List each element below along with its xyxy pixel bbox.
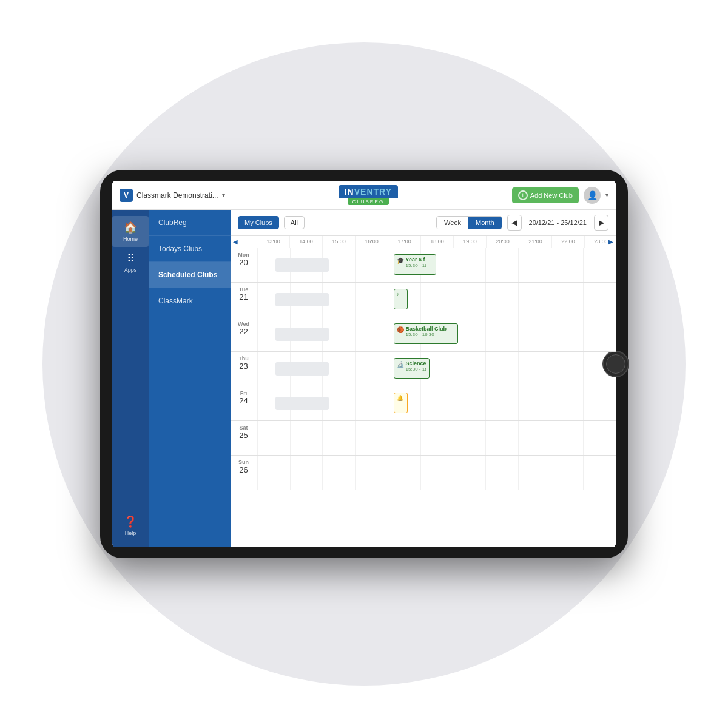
time-header-2300: 23:00 — [585, 236, 606, 248]
classmark-logo-icon: V — [120, 189, 133, 202]
day-name-wed: Wed — [233, 321, 254, 327]
calendar-toolbar: My Clubs All Week Month — [231, 210, 616, 236]
month-view-button[interactable]: Month — [468, 217, 502, 229]
event-text: ♪ — [397, 291, 400, 297]
all-label: All — [291, 219, 298, 226]
event-time: 15:30 - 16:30 — [406, 332, 447, 337]
day-slots-mon: 🎓 Year 6 f 15:30 - 1t — [257, 248, 616, 282]
sidebar-home-label: Home — [123, 236, 138, 242]
event-name: Year 6 f — [406, 257, 426, 263]
next-nav-button[interactable]: ▶ — [594, 215, 608, 231]
day-label-tue: Tue 21 — [231, 283, 257, 317]
plus-circle-icon: + — [518, 190, 528, 200]
time-header-1900: 19:00 — [454, 236, 487, 248]
day-num-thu: 23 — [233, 362, 254, 371]
day-row-fri: Fri 24 🔔 — [231, 386, 616, 421]
sidebar: 🏠 Home ⠿ Apps ❓ Help — [112, 210, 149, 547]
day-label-sun: Sun 26 — [231, 456, 257, 490]
time-scroll-right[interactable]: ▶ — [606, 236, 616, 248]
sidebar-item-home[interactable]: 🏠 Home — [112, 216, 149, 247]
user-dropdown-arrow[interactable]: ▾ — [605, 192, 608, 198]
event-text: Basketball Club 15:30 - 16:30 — [406, 326, 447, 337]
time-header-row: ◀ 13:0014:0015:0016:0017:0018:0019:0020:… — [231, 236, 616, 248]
time-header-1400: 14:00 — [290, 236, 323, 248]
gray-block — [275, 328, 329, 341]
event-year6[interactable]: 🎓 Year 6 f 15:30 - 1t — [394, 254, 437, 275]
secondary-sidebar-classmark[interactable]: ClassMark — [149, 288, 231, 314]
my-clubs-label: My Clubs — [244, 219, 272, 226]
logo-in: IN — [345, 187, 354, 197]
time-header-2100: 21:00 — [519, 236, 552, 248]
topbar-center: INVENTRY CLUBREG — [225, 185, 511, 205]
day-num-sun: 26 — [233, 465, 254, 474]
home-icon: 🏠 — [124, 221, 137, 234]
time-scroll-left[interactable]: ◀ — [231, 236, 240, 248]
event-basketball[interactable]: 🏀 Basketball Club 15:30 - 16:30 — [394, 323, 458, 344]
event-name: Science — [406, 360, 426, 366]
time-header-1600: 16:00 — [356, 236, 388, 248]
prev-nav-button[interactable]: ◀ — [507, 215, 522, 231]
tablet-frame: V Classmark Demonstrati... ▾ INVENTRY CL… — [100, 170, 628, 558]
day-num-fri: 24 — [233, 396, 254, 405]
sidebar-item-help[interactable]: ❓ Help — [112, 510, 149, 541]
day-row-mon: Mon 20 🎓 Year 6 f 15:30 - 1t — [231, 248, 616, 283]
event-name: 🔔 — [397, 395, 403, 401]
day-num-sat: 25 — [233, 431, 254, 440]
day-slots-thu: 🔬 Science 15:30 - 1t — [257, 352, 616, 386]
day-label-wed: Wed 22 — [231, 317, 257, 351]
event-time: 15:30 - 1t — [406, 263, 426, 268]
event-science[interactable]: 🔬 Science 15:30 - 1t — [394, 358, 430, 379]
calendar-main: My Clubs All Week Month — [231, 210, 616, 547]
todays-clubs-label: Todays Clubs — [158, 244, 202, 253]
gray-block — [275, 362, 329, 376]
secondary-sidebar-clubreg[interactable]: ClubReg — [149, 210, 231, 236]
day-row-sun: Sun 26 — [231, 456, 616, 490]
day-name-sat: Sat — [233, 425, 254, 431]
day-label-fri: Fri 24 — [231, 386, 257, 420]
day-slots-wed: 🏀 Basketball Club 15:30 - 16:30 — [257, 317, 616, 351]
sidebar-help-label: Help — [125, 530, 136, 536]
event-name: ♪ — [397, 291, 400, 297]
day-label-sat: Sat 25 — [231, 421, 257, 455]
my-clubs-filter-button[interactable]: My Clubs — [238, 216, 279, 229]
secondary-sidebar-scheduled-clubs[interactable]: Scheduled Clubs — [149, 262, 231, 288]
event-text: Science 15:30 - 1t — [406, 360, 426, 372]
org-name: Classmark Demonstrati... — [136, 191, 218, 200]
add-club-label: Add New Club — [530, 192, 573, 199]
secondary-sidebar-todays-clubs[interactable]: Todays Clubs — [149, 236, 231, 262]
topbar-right: + Add New Club 👤 ▾ — [511, 187, 608, 204]
header-day-col: ◀ — [231, 236, 257, 248]
view-toggle: Week Month — [436, 216, 502, 229]
event-music[interactable]: ♪ — [394, 289, 408, 309]
gray-block — [275, 258, 329, 272]
day-row-sat: Sat 25 — [231, 421, 616, 456]
all-filter-button[interactable]: All — [284, 216, 305, 229]
main-content: 🏠 Home ⠿ Apps ❓ Help C — [112, 210, 616, 547]
time-header-2200: 22:00 — [552, 236, 585, 248]
event-icon: 🔬 — [397, 361, 404, 368]
gray-block — [275, 397, 329, 410]
time-headers: 13:0014:0015:0016:0017:0018:0019:0020:00… — [257, 236, 606, 248]
day-label-mon: Mon 20 — [231, 248, 257, 282]
day-num-wed: 22 — [233, 327, 254, 336]
day-name-fri: Fri — [233, 390, 254, 396]
clubreg-label: ClubReg — [158, 218, 187, 227]
week-view-button[interactable]: Week — [437, 217, 468, 229]
calendar-grid: ◀ 13:0014:0015:0016:0017:0018:0019:0020:… — [231, 236, 616, 547]
inventry-logo-sub: CLUBREG — [348, 198, 389, 205]
day-num-tue: 21 — [233, 292, 254, 302]
event-name: Basketball Club — [406, 326, 447, 332]
sidebar-item-apps[interactable]: ⠿ Apps — [112, 247, 149, 278]
add-new-club-button[interactable]: + Add New Club — [512, 187, 579, 203]
help-icon: ❓ — [124, 515, 137, 528]
event-time: 15:30 - 1t — [406, 366, 426, 372]
user-avatar[interactable]: 👤 — [584, 187, 601, 204]
time-header-1500: 15:00 — [323, 236, 356, 248]
event-fri-event[interactable]: 🔔 — [394, 393, 408, 413]
apps-icon: ⠿ — [127, 252, 135, 265]
day-row-thu: Thu 23 🔬 Science 15:30 - 1t — [231, 352, 616, 386]
day-num-mon: 20 — [233, 258, 254, 267]
month-label: Month — [476, 219, 494, 226]
day-row-tue: Tue 21 ♪ — [231, 283, 616, 317]
event-icon: 🎓 — [397, 257, 404, 264]
